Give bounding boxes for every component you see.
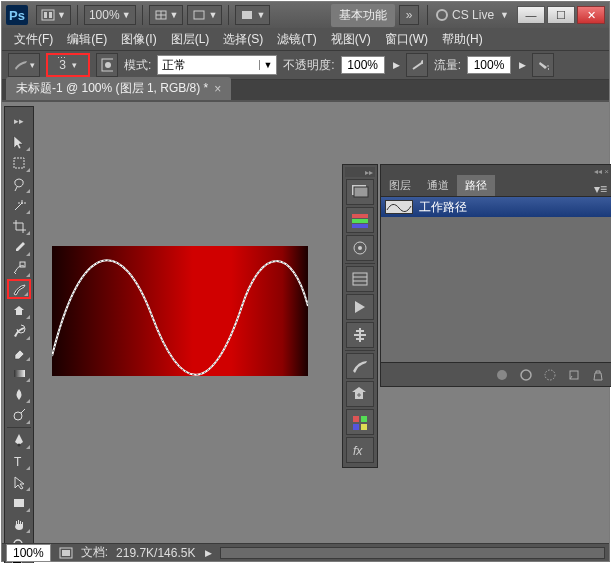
menu-3[interactable]: 图层(L)	[165, 29, 216, 50]
document-canvas[interactable]	[52, 246, 308, 376]
arrange-docs-button[interactable]: ▼	[187, 5, 222, 25]
shape-tool[interactable]	[7, 493, 31, 513]
actions-icon[interactable]	[346, 294, 374, 320]
history-brush-tool[interactable]	[7, 321, 31, 341]
bridge-button[interactable]: ▼	[36, 5, 71, 25]
brush-preset-icon[interactable]	[346, 353, 374, 379]
minimize-button[interactable]: —	[517, 6, 545, 24]
status-doc-value: 219.7K/146.5K	[116, 546, 195, 560]
panel-tab-1[interactable]: 通道	[419, 175, 457, 196]
gradient-tool[interactable]	[7, 363, 31, 383]
workspace-switcher[interactable]: 基本功能	[331, 4, 395, 27]
panel-tab-2[interactable]: 路径	[457, 175, 495, 196]
document-tab[interactable]: 未标题-1 @ 100% (图层 1, RGB/8) * ×	[6, 77, 231, 100]
path-select-tool[interactable]	[7, 472, 31, 492]
layers-icon[interactable]	[346, 179, 374, 205]
swatches-icon[interactable]	[346, 409, 374, 435]
menu-bar: 文件(F)编辑(E)图像(I)图层(L)选择(S)滤镜(T)视图(V)窗口(W)…	[2, 28, 609, 50]
new-path-icon[interactable]	[567, 368, 581, 382]
svg-point-35	[497, 370, 507, 380]
svg-rect-20	[14, 499, 24, 507]
panel-tab-0[interactable]: 图层	[381, 175, 419, 196]
status-zoom-input[interactable]: 100%	[6, 544, 51, 562]
move-tool[interactable]	[7, 132, 31, 152]
channels-icon[interactable]	[346, 207, 374, 233]
horizontal-scrollbar[interactable]	[220, 547, 605, 559]
stroke-path-icon[interactable]	[519, 368, 533, 382]
svg-rect-30	[353, 416, 359, 422]
zoom-level-combo[interactable]: 100% ▼	[84, 5, 136, 25]
mode-label: 模式:	[124, 57, 151, 74]
path-item[interactable]: 工作路径	[381, 197, 611, 217]
airbrush-button[interactable]	[532, 53, 554, 77]
expand-workspaces-button[interactable]: »	[399, 5, 419, 25]
canvas-area[interactable]: ▸▸ fx ◂◂ × 图层通道路径▾≡ 工作路径	[40, 106, 605, 539]
svg-rect-1	[44, 12, 47, 18]
menu-2[interactable]: 图像(I)	[115, 29, 162, 50]
brush-tool[interactable]	[7, 279, 31, 299]
menu-7[interactable]: 窗口(W)	[379, 29, 434, 50]
blend-mode-select[interactable]: 正常▼	[157, 55, 277, 75]
menu-5[interactable]: 滤镜(T)	[271, 29, 322, 50]
flow-input[interactable]: 100%	[467, 56, 511, 74]
status-flyout[interactable]: ▶	[205, 548, 212, 558]
tool-preset-picker[interactable]: ▾	[8, 53, 40, 77]
brush-size-value: 3	[59, 58, 66, 72]
opacity-input[interactable]: 100%	[341, 56, 385, 74]
svg-text:T: T	[14, 455, 22, 469]
cs-live-button[interactable]: CS Live ▼	[436, 8, 509, 22]
flow-flyout[interactable]: ▶	[519, 60, 526, 70]
svg-rect-33	[361, 424, 367, 430]
adjustments-icon[interactable]	[346, 322, 374, 348]
history-icon[interactable]	[346, 266, 374, 292]
delete-icon[interactable]	[591, 368, 605, 382]
screen-mode-button[interactable]: ▼	[235, 5, 270, 25]
panel-body[interactable]: 工作路径	[381, 197, 611, 362]
svg-rect-29	[353, 273, 367, 285]
view-extras-button[interactable]: ▼	[149, 5, 184, 25]
cs-live-icon	[436, 9, 448, 21]
clone-stamp-tool[interactable]	[7, 300, 31, 320]
svg-rect-0	[42, 10, 54, 20]
svg-point-14	[21, 202, 23, 204]
panel-tab-strip: 图层通道路径▾≡	[381, 177, 611, 197]
menu-0[interactable]: 文件(F)	[8, 29, 59, 50]
lasso-tool[interactable]	[7, 174, 31, 194]
opacity-flyout[interactable]: ▶	[393, 60, 400, 70]
dodge-tool[interactable]	[7, 405, 31, 425]
type-tool[interactable]: T	[7, 451, 31, 471]
svg-rect-13	[14, 158, 24, 168]
styles-icon[interactable]: fx	[346, 437, 374, 463]
healing-brush-tool[interactable]	[7, 258, 31, 278]
brush-size-picker[interactable]: 3 ▾	[46, 53, 90, 77]
fill-path-icon[interactable]	[495, 368, 509, 382]
close-tab-icon[interactable]: ×	[214, 82, 221, 96]
status-info-icon[interactable]	[59, 547, 73, 559]
hand-tool[interactable]	[7, 514, 31, 534]
brush-panel-toggle[interactable]	[96, 53, 118, 77]
paths-icon[interactable]	[346, 235, 374, 261]
tools-collapse-button[interactable]: ▸▸	[7, 111, 31, 131]
marquee-tool[interactable]	[7, 153, 31, 173]
svg-rect-26	[352, 224, 368, 228]
svg-point-12	[547, 65, 549, 67]
eyedropper-tool[interactable]	[7, 237, 31, 257]
menu-1[interactable]: 编辑(E)	[61, 29, 113, 50]
maximize-button[interactable]: ☐	[547, 6, 575, 24]
tablet-opacity-button[interactable]	[406, 53, 428, 77]
menu-6[interactable]: 视图(V)	[325, 29, 377, 50]
selection-icon[interactable]	[543, 368, 557, 382]
menu-4[interactable]: 选择(S)	[217, 29, 269, 50]
close-button[interactable]: ✕	[577, 6, 605, 24]
blur-tool[interactable]	[7, 384, 31, 404]
eraser-tool[interactable]	[7, 342, 31, 362]
menu-8[interactable]: 帮助(H)	[436, 29, 489, 50]
pen-tool[interactable]	[7, 430, 31, 450]
crop-tool[interactable]	[7, 216, 31, 236]
panel-menu-button[interactable]: ▾≡	[588, 182, 611, 196]
clone-source-icon[interactable]	[346, 381, 374, 407]
magic-wand-tool[interactable]	[7, 195, 31, 215]
tools-panel: ▸▸T	[4, 106, 34, 563]
svg-point-18	[18, 444, 21, 447]
dock-collapse-button[interactable]: ▸▸	[345, 167, 375, 177]
